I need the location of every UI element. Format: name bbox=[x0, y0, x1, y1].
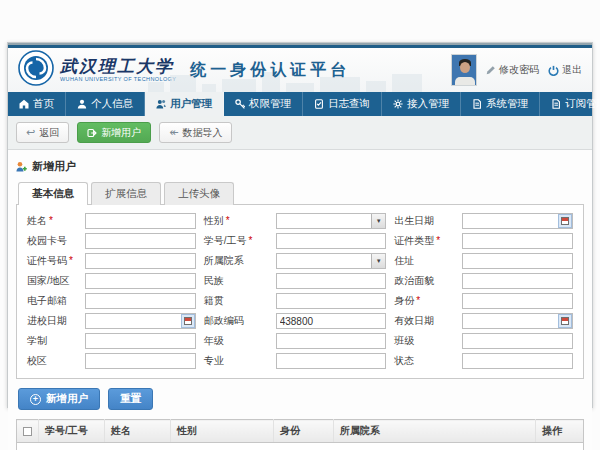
required-asterisk: * bbox=[248, 235, 252, 246]
chevron-down-icon[interactable]: ▼ bbox=[371, 254, 385, 268]
email-field[interactable] bbox=[85, 293, 196, 309]
section-title: 新增用户 bbox=[32, 159, 76, 174]
main-nav: 首页个人信息用户管理权限管理日志查询接入管理系统管理订阅管理 bbox=[8, 92, 592, 116]
student_id-field[interactable] bbox=[276, 233, 387, 249]
toolbar: ↩ 返回 新增用户 ↞ 数据导入 bbox=[8, 116, 592, 150]
field-label-gender: 性别* bbox=[204, 214, 268, 228]
submit-add-user-button[interactable]: + 新增用户 bbox=[18, 388, 100, 410]
grade-field[interactable] bbox=[276, 333, 387, 349]
field-label-grade: 年级 bbox=[204, 334, 268, 348]
table-header-3: 性别 bbox=[171, 420, 274, 443]
field-label-status: 状态 bbox=[394, 354, 454, 368]
political-field[interactable] bbox=[462, 273, 573, 289]
valid_date-field[interactable] bbox=[462, 313, 573, 329]
field-wrap-student_id bbox=[276, 233, 387, 249]
field-label-political: 政治面貌 bbox=[394, 274, 454, 288]
field-wrap-identity bbox=[462, 293, 573, 309]
field-wrap-campus bbox=[85, 353, 196, 369]
class-field[interactable] bbox=[462, 333, 573, 349]
logout-link[interactable]: 退出 bbox=[548, 63, 582, 77]
field-label-campus: 校区 bbox=[27, 354, 77, 368]
identity-field[interactable] bbox=[462, 293, 573, 309]
field-label-address: 住址 bbox=[394, 254, 454, 268]
nav-item-label: 系统管理 bbox=[486, 97, 528, 111]
field-label-id_number: 证件号码* bbox=[27, 254, 77, 268]
required-asterisk: * bbox=[69, 255, 73, 266]
field-wrap-grade bbox=[276, 333, 387, 349]
add-user-icon bbox=[16, 161, 27, 172]
department-field[interactable] bbox=[276, 253, 387, 269]
data-import-button[interactable]: ↞ 数据导入 bbox=[159, 122, 232, 143]
field-label-major: 专业 bbox=[204, 354, 268, 368]
reset-button[interactable]: 重置 bbox=[108, 388, 153, 410]
country-field[interactable] bbox=[85, 273, 196, 289]
tab-basic[interactable]: 基本信息 bbox=[18, 182, 88, 205]
change-password-link[interactable]: 修改密码 bbox=[486, 63, 539, 77]
new-item-icon bbox=[87, 128, 97, 138]
campus_card-field[interactable] bbox=[85, 233, 196, 249]
id_number-field[interactable] bbox=[85, 253, 196, 269]
field-label-valid_date: 有效日期 bbox=[394, 314, 454, 328]
nav-item-home[interactable]: 首页 bbox=[8, 92, 66, 116]
ethnicity-field[interactable] bbox=[276, 273, 387, 289]
table-select-all-header bbox=[17, 420, 39, 443]
nav-item-users[interactable]: 用户管理 bbox=[145, 92, 224, 116]
field-wrap-name bbox=[85, 213, 196, 229]
form-tabs: 基本信息扩展信息上传头像 bbox=[16, 181, 584, 204]
calendar-icon[interactable] bbox=[181, 314, 195, 328]
campus-field[interactable] bbox=[85, 353, 196, 369]
user-form: 姓名*性别*▼出生日期校园卡号学号/工号*证件类型*证件号码*所属院系▼住址国家… bbox=[27, 213, 573, 369]
back-arrow-icon: ↩ bbox=[26, 127, 35, 138]
field-wrap-native_place bbox=[276, 293, 387, 309]
nav-item-system[interactable]: 系统管理 bbox=[461, 92, 540, 116]
schooling-field[interactable] bbox=[85, 333, 196, 349]
nav-item-profile[interactable]: 个人信息 bbox=[66, 92, 145, 116]
native_place-field[interactable] bbox=[276, 293, 387, 309]
person-icon bbox=[77, 99, 87, 109]
required-asterisk: * bbox=[436, 235, 440, 246]
tab-avatar[interactable]: 上传头像 bbox=[164, 182, 234, 205]
select-all-checkbox[interactable] bbox=[23, 427, 32, 436]
field-wrap-class bbox=[462, 333, 573, 349]
field-label-class: 班级 bbox=[394, 334, 454, 348]
tab-extended[interactable]: 扩展信息 bbox=[91, 182, 161, 205]
pencil-icon bbox=[486, 65, 496, 75]
power-icon bbox=[548, 65, 559, 76]
add-user-toolbar-button[interactable]: 新增用户 bbox=[77, 122, 151, 143]
field-label-name: 姓名* bbox=[27, 214, 77, 228]
section-header: 新增用户 bbox=[16, 156, 584, 181]
nav-item-logs[interactable]: 日志查询 bbox=[303, 92, 382, 116]
status-field[interactable] bbox=[462, 353, 573, 369]
chevron-down-icon[interactable]: ▼ bbox=[371, 214, 385, 228]
tab-label: 上传头像 bbox=[178, 187, 220, 199]
page-title: 统一身份认证平台 bbox=[190, 60, 350, 81]
nav-item-permissions[interactable]: 权限管理 bbox=[224, 92, 303, 116]
field-wrap-id_type bbox=[462, 233, 573, 249]
back-button[interactable]: ↩ 返回 bbox=[16, 122, 69, 143]
major-field[interactable] bbox=[276, 353, 387, 369]
nav-item-access[interactable]: 接入管理 bbox=[382, 92, 461, 116]
address-field[interactable] bbox=[462, 253, 573, 269]
name-field[interactable] bbox=[85, 213, 196, 229]
checklist-icon bbox=[314, 99, 324, 109]
entry_date-field[interactable] bbox=[85, 313, 196, 329]
users-icon bbox=[156, 99, 166, 109]
calendar-icon[interactable] bbox=[558, 314, 572, 328]
id_type-field[interactable] bbox=[462, 233, 573, 249]
birth_date-field[interactable] bbox=[462, 213, 573, 229]
field-label-native_place: 籍贯 bbox=[204, 294, 268, 308]
field-wrap-address bbox=[462, 253, 573, 269]
calendar-icon[interactable] bbox=[558, 214, 572, 228]
table-header-6: 操作 bbox=[536, 420, 584, 443]
nav-item-label: 订阅管理 bbox=[565, 97, 600, 111]
main-content: 新增用户 基本信息扩展信息上传头像 姓名*性别*▼出生日期校园卡号学号/工号*证… bbox=[8, 150, 592, 450]
field-wrap-entry_date bbox=[85, 313, 196, 329]
nav-item-label: 权限管理 bbox=[249, 97, 291, 111]
field-wrap-status bbox=[462, 353, 573, 369]
gender-field[interactable] bbox=[276, 213, 387, 229]
nav-item-label: 个人信息 bbox=[91, 97, 133, 111]
postal_code-field[interactable] bbox=[276, 313, 387, 329]
nav-item-subscription[interactable]: 订阅管理 bbox=[540, 92, 600, 116]
avatar[interactable] bbox=[451, 54, 477, 86]
users-table: 学号/工号姓名性别身份所属院系操作 bbox=[16, 419, 584, 450]
